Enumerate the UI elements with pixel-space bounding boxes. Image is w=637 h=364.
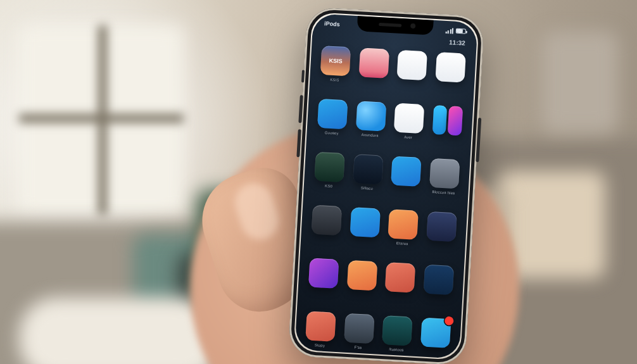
app-icon[interactable]: [435, 52, 465, 82]
app-tile-3-0[interactable]: [309, 204, 344, 253]
app-icon[interactable]: [420, 317, 451, 348]
bg-wall-frame: [542, 32, 618, 133]
app-icon[interactable]: [394, 103, 424, 134]
app-tile-1-2[interactable]: Aver: [391, 103, 426, 151]
app-icon[interactable]: [391, 156, 421, 186]
app-tile-1-1[interactable]: Anundors: [353, 101, 388, 149]
app-tile-4-3[interactable]: [421, 264, 456, 313]
app-tile-5-1[interactable]: F'ss: [341, 313, 376, 359]
app-icon[interactable]: [423, 265, 453, 295]
app-icon[interactable]: [305, 311, 336, 341]
app-icon[interactable]: [388, 209, 419, 239]
app-label: Goosey: [325, 130, 339, 135]
signal-icon: [445, 27, 453, 34]
app-tile-4-1[interactable]: [344, 260, 379, 309]
volume-down-button[interactable]: [296, 129, 301, 157]
app-icon[interactable]: [312, 205, 342, 235]
app-tile-4-2[interactable]: [382, 262, 417, 311]
app-icon[interactable]: [432, 105, 462, 135]
app-icon[interactable]: [429, 158, 460, 189]
app-label: KS0: [325, 184, 332, 189]
app-icon[interactable]: [317, 99, 348, 129]
battery-icon: [456, 28, 466, 34]
app-icon[interactable]: [358, 47, 389, 78]
app-label: Anundors: [361, 133, 379, 138]
display-notch: [357, 16, 434, 35]
app-icon[interactable]: [382, 315, 412, 346]
app-icon[interactable]: [426, 211, 457, 242]
app-tile-2-2[interactable]: [389, 156, 424, 204]
app-icon[interactable]: [344, 313, 374, 344]
app-icon[interactable]: [350, 207, 380, 237]
app-icon[interactable]: [315, 152, 345, 182]
app-label: Rustoos: [389, 348, 404, 352]
app-label: Bloccos hies: [432, 190, 455, 195]
app-tile-5-3[interactable]: [418, 317, 453, 359]
phone-screen[interactable]: iPods 11:32 KSISKSISGooseyAnundorsAverKS…: [294, 13, 477, 359]
app-tile-3-3[interactable]: [424, 211, 458, 260]
app-tile-3-2[interactable]: Etares: [386, 209, 420, 258]
app-tile-4-0[interactable]: [306, 258, 341, 306]
phone: iPods 11:32 KSISKSISGooseyAnundorsAverKS…: [288, 7, 484, 364]
app-icon[interactable]: [308, 258, 339, 288]
app-icon[interactable]: [385, 262, 415, 292]
app-label: Aver: [404, 135, 412, 139]
app-icon-half: [432, 105, 447, 135]
app-tile-0-2[interactable]: [394, 50, 429, 99]
app-label: F'ss: [354, 346, 362, 350]
app-label: KSIS: [330, 78, 339, 82]
app-icon-half: [448, 106, 463, 135]
notification-badge: [445, 316, 454, 325]
app-icon[interactable]: [356, 101, 386, 131]
app-tile-0-3[interactable]: [432, 52, 467, 101]
app-icon[interactable]: [353, 154, 383, 184]
mute-switch[interactable]: [301, 70, 305, 82]
app-tile-1-3[interactable]: [430, 105, 465, 154]
app-tile-2-0[interactable]: KS0: [312, 152, 347, 201]
app-tile-3-1[interactable]: [347, 207, 382, 256]
app-tile-5-2[interactable]: Rustoos: [379, 315, 414, 359]
volume-up-button[interactable]: [298, 95, 303, 123]
app-icon[interactable]: KSIS: [320, 46, 351, 76]
clock-label: 11:32: [449, 39, 465, 46]
scene-photo: iPods 11:32 KSISKSISGooseyAnundorsAverKS…: [0, 0, 637, 364]
app-icon[interactable]: [347, 260, 377, 291]
app-label: Etares: [396, 241, 408, 246]
app-tile-5-0[interactable]: Stopy: [303, 311, 338, 359]
status-left-label: iPods: [324, 20, 340, 27]
bg-window-mullion-h: [19, 114, 184, 123]
app-tile-0-1[interactable]: [356, 47, 391, 96]
app-label: Sifiaco: [361, 186, 374, 191]
app-tile-2-3[interactable]: Bloccos hies: [427, 158, 462, 207]
app-icon[interactable]: [397, 50, 427, 80]
app-tile-1-0[interactable]: Goosey: [315, 99, 350, 147]
app-label: Stopy: [315, 343, 325, 348]
app-tile-2-1[interactable]: Sifiaco: [350, 154, 385, 203]
app-tile-0-0[interactable]: KSISKSIS: [318, 46, 353, 94]
app-grid: KSISKSISGooseyAnundorsAverKS0SifiacoBloc…: [304, 46, 467, 347]
